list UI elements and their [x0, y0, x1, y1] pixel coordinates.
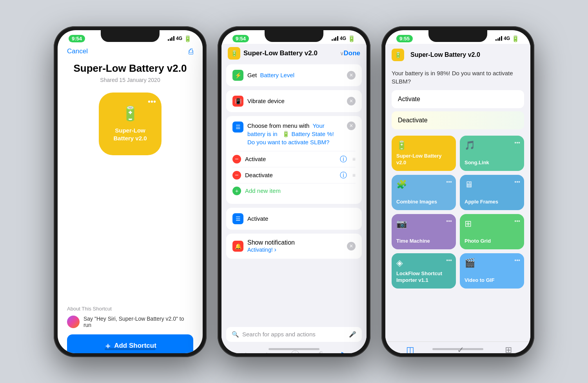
menu-item-activate: − Activate ⓘ ≡: [232, 151, 356, 167]
undo-button[interactable]: ↩: [240, 350, 247, 353]
battery-icon-3: 🔋: [512, 35, 519, 42]
add-shortcut-button[interactable]: ＋ Add Shortcut: [67, 334, 193, 353]
battery-icon-1: 🔋: [184, 35, 192, 42]
remove-notification-button[interactable]: ×: [347, 242, 356, 250]
home-indicator-1: [105, 348, 156, 350]
search-bar[interactable]: 🔍 Search for apps and actions 🎤: [226, 327, 362, 342]
cell-dots-4[interactable]: •••: [446, 218, 452, 224]
remove-activate-button[interactable]: −: [232, 155, 241, 163]
shortcuts-grid-section: 🔋 Super-Low Battery v2.0 ••• 🎵 Song.Link…: [385, 133, 530, 341]
action-activate-label: Activate: [247, 215, 356, 222]
cell-icon-6: ◈: [396, 258, 451, 268]
drag-deactivate-handle[interactable]: ≡: [352, 172, 356, 178]
action-icon-blue-activate: ☰: [232, 213, 243, 224]
status-right-3: 4G 🔋: [495, 35, 519, 42]
action-notification: 🔔 Show notification Activating! › ×: [226, 234, 362, 259]
notch-1: [101, 30, 160, 42]
more-dots-icon[interactable]: •••: [148, 97, 156, 106]
cell-label-1: Song.Link: [465, 160, 519, 166]
phone-2-screen: 9:54 4G 🔋 🔋 Super-Low Battery v2.0: [221, 30, 367, 353]
menu-item-deactivate-label: Deactivate: [245, 172, 336, 178]
shortcut-cell-0[interactable]: 🔋 Super-Low Battery v2.0: [392, 136, 456, 171]
phone3-content: 🔋 Super-Low Battery v2.0 Your battery is…: [385, 44, 530, 353]
remove-deactivate-button[interactable]: −: [232, 171, 241, 180]
add-new-item-label: Add new item: [245, 187, 281, 194]
tab-shortcuts[interactable]: ◫ Shortcuts: [401, 345, 419, 353]
network-label-1: 4G: [176, 36, 182, 41]
cell-dots-7[interactable]: •••: [514, 257, 520, 263]
notification-content: Show notification Activating! ›: [247, 239, 343, 253]
cell-dots-5[interactable]: •••: [514, 218, 520, 224]
remove-vibrate-button[interactable]: ×: [347, 97, 356, 105]
info-deactivate-icon[interactable]: ⓘ: [340, 171, 347, 180]
action-icon-blue-menu: ☰: [232, 122, 243, 133]
cell-label-5: Photo Grid: [465, 238, 519, 245]
cell-icon-1: 🎵: [465, 140, 519, 151]
signal-icon-1: [168, 36, 174, 41]
phone-2: 9:54 4G 🔋 🔋 Super-Low Battery v2.0: [218, 26, 370, 357]
chevron-down-icon[interactable]: ∨: [340, 50, 344, 56]
menu-header: ☰ Choose from menu with Your battery is …: [232, 122, 356, 146]
phone-3: 9:55 4G 🔋 🔋 Super-Low Batter: [381, 26, 534, 357]
tab-gallery[interactable]: ⊞ Gallery: [502, 345, 515, 353]
cell-label-6: LockFlow Shortcut Importer v1.1: [396, 270, 451, 284]
shortcuts-grid: 🔋 Super-Low Battery v2.0 ••• 🎵 Song.Link…: [392, 136, 524, 289]
editor-shortcut-icon: 🔋: [228, 47, 240, 60]
menu-item-activate-label: Activate: [245, 156, 336, 162]
redo-button[interactable]: ↪: [265, 350, 272, 353]
cell-dots-6[interactable]: •••: [446, 257, 452, 263]
cell-icon-4: 📷: [396, 219, 451, 229]
phone1-content: Cancel ⎙ Super-Low Battery v2.0 Shared 1…: [58, 44, 203, 353]
cell-dots-1[interactable]: •••: [514, 140, 520, 146]
menu-item-deactivate: − Deactivate ⓘ ≡: [232, 167, 356, 183]
remove-menu-button[interactable]: ×: [347, 122, 356, 130]
shortcut-cell-2[interactable]: ••• 🧩 Combine Images: [392, 175, 456, 210]
notification-value[interactable]: Activating! ›: [247, 246, 343, 253]
chevron-right-icon: ›: [274, 246, 276, 253]
info-activate-icon[interactable]: ⓘ: [340, 154, 347, 164]
mic-icon[interactable]: 🎤: [349, 331, 356, 338]
shortcuts-tab-icon: ◫: [406, 345, 414, 353]
notch-2: [265, 30, 323, 42]
shortcut-cell-1[interactable]: ••• 🎵 Song.Link: [460, 136, 524, 171]
battery-level-link[interactable]: Battery Level: [260, 72, 295, 78]
play-button[interactable]: ▶: [341, 350, 348, 353]
home-indicator-2: [269, 348, 319, 350]
drag-activate-handle[interactable]: ≡: [352, 156, 356, 162]
editor-header: 🔋 Super-Low Battery v2.0 ∨ Done: [221, 44, 367, 64]
shortcut-cell-6[interactable]: ••• ◈ LockFlow Shortcut Importer v1.1: [392, 253, 456, 289]
cell-icon-0: 🔋: [396, 140, 451, 151]
action-vibrate: 📳 Vibrate device ×: [226, 90, 362, 112]
action-vibrate-label: Vibrate device: [247, 98, 343, 104]
option-activate[interactable]: Activate: [392, 90, 524, 108]
cancel-button[interactable]: Cancel: [67, 47, 88, 55]
cell-label-0: Super-Low Battery v2.0: [396, 153, 451, 166]
action-get-label: Get Battery Level: [247, 72, 343, 78]
shortcut-cell-4[interactable]: ••• 📷 Time Machine: [392, 214, 456, 249]
action-icon-green: ⚡: [232, 70, 243, 81]
share-button[interactable]: ⎙: [189, 47, 193, 56]
cell-dots-3[interactable]: •••: [514, 179, 520, 185]
shortcut-title: Super-Low Battery v2.0: [58, 62, 203, 74]
shortcut-cell-7[interactable]: ••• 🎬 Video to GIF: [460, 253, 524, 289]
shortcut-cell-5[interactable]: ••• ⊞ Photo Grid: [460, 214, 524, 249]
shortcut-cell-3[interactable]: ••• 🖥 Apple Frames: [460, 175, 524, 210]
network-label-2: 4G: [340, 36, 346, 41]
remove-get-button[interactable]: ×: [347, 71, 356, 80]
menu-item-add-new: + Add new item: [232, 183, 356, 198]
search-placeholder: Search for apps and actions: [242, 331, 316, 338]
done-button[interactable]: Done: [344, 49, 361, 57]
cell-dots-2[interactable]: •••: [446, 179, 452, 185]
status-time-3: 9:55: [396, 35, 413, 42]
share-toolbar-button[interactable]: ⎙: [318, 350, 323, 353]
option-deactivate[interactable]: Deactivate: [392, 111, 524, 129]
cell-label-7: Video to GIF: [465, 277, 519, 284]
phone-1: 9:54 4G 🔋 Cancel ⎙ S: [54, 26, 207, 357]
siri-hint: Say "Hey Siri, Super-Low Battery v2.0" t…: [83, 316, 193, 328]
tab-bar: ◫ Shortcuts ✓ Automation ⊞ Gallery: [385, 341, 530, 353]
shortcut-icon-label: Super-Low Battery v2.0: [113, 127, 147, 142]
dialog-shortcut-icon: 🔋: [392, 49, 404, 61]
add-new-item-button[interactable]: +: [232, 187, 241, 195]
shortcut-icon-large: ••• 🔋 Super-Low Battery v2.0: [99, 93, 162, 155]
notch-3: [428, 30, 487, 42]
